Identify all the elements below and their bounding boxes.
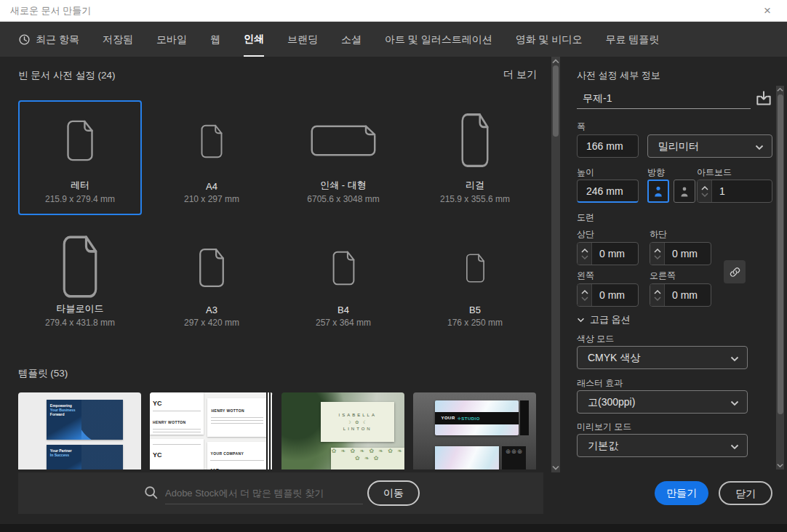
- unit-value: 밀리미터: [658, 140, 699, 152]
- stepper-up-icon[interactable]: [701, 186, 708, 190]
- color-mode-select[interactable]: CMYK 색상: [577, 346, 748, 369]
- bleed-bottom-input[interactable]: [665, 243, 711, 265]
- height-input[interactable]: [577, 180, 639, 203]
- preset-card-letter[interactable]: 레터 215.9 x 279.4 mm: [18, 100, 142, 215]
- tab-recent[interactable]: 최근 항목: [18, 22, 79, 57]
- unit-select[interactable]: 밀리미터: [647, 134, 772, 158]
- clock-icon: [18, 33, 31, 46]
- stepper-arrows[interactable]: [650, 243, 665, 265]
- preset-card-print-large[interactable]: 인쇄 - 대형 6705.6 x 3048 mm: [281, 100, 405, 215]
- preset-size: 176 x 250 mm: [447, 318, 503, 328]
- stepper-down-icon[interactable]: [654, 255, 661, 259]
- raster-effects-select[interactable]: 고(300ppi): [577, 390, 748, 414]
- preview-mode-select[interactable]: 기본값: [577, 434, 748, 457]
- template-thumb-bw-business-cards[interactable]: YC HENRY WOTTON HENRY WOTTON YC: [150, 392, 273, 469]
- preset-card-b4[interactable]: B4 257 x 364 mm: [281, 230, 405, 339]
- tab-art-illustration[interactable]: 아트 및 일러스트레이션: [385, 22, 492, 57]
- portrait-document-icon: [458, 112, 492, 169]
- preset-name: A4: [206, 181, 217, 192]
- scroll-up-icon[interactable]: [551, 59, 560, 64]
- stepper-down-icon[interactable]: [581, 255, 588, 259]
- template-thumb-business-flyer[interactable]: Empowering Your Business Forward Your Pa…: [18, 392, 141, 469]
- bleed-right-stepper[interactable]: [650, 283, 711, 307]
- orientation-portrait-button[interactable]: [647, 180, 669, 203]
- scroll-down-icon[interactable]: [776, 463, 784, 468]
- stepper-arrows[interactable]: [578, 243, 592, 265]
- tab-print[interactable]: 인쇄: [244, 22, 264, 57]
- see-more-link[interactable]: 더 보기: [503, 68, 537, 81]
- orientation-landscape-button[interactable]: [674, 180, 695, 203]
- tab-branding[interactable]: 브랜딩: [287, 22, 318, 57]
- landscape-person-icon: [678, 184, 691, 198]
- stock-search-bar: 이동: [18, 472, 543, 514]
- left-scrollbar-thumb[interactable]: [553, 65, 559, 137]
- preset-size: 215.9 x 355.6 mm: [440, 194, 510, 204]
- panel-scrollbar-thumb[interactable]: [778, 94, 783, 414]
- stock-search-input[interactable]: [165, 483, 363, 504]
- bleed-link-button[interactable]: [724, 260, 746, 283]
- portrait-document-icon: [64, 119, 96, 162]
- stepper-up-icon[interactable]: [654, 249, 661, 253]
- bleed-bottom-stepper[interactable]: [650, 242, 711, 265]
- panel-scrollbar[interactable]: [776, 86, 784, 469]
- preset-size: 6705.6 x 3048 mm: [307, 194, 379, 204]
- tab-label: 모바일: [156, 22, 187, 57]
- tab-mobile[interactable]: 모바일: [156, 22, 187, 57]
- stepper-arrows[interactable]: [578, 284, 592, 306]
- scroll-up-icon[interactable]: [776, 87, 784, 92]
- scroll-down-icon[interactable]: [551, 465, 560, 470]
- artboard-count-input[interactable]: [712, 180, 772, 202]
- width-input[interactable]: [577, 134, 639, 158]
- preset-card-legal[interactable]: 리걸 215.9 x 355.6 mm: [413, 100, 537, 215]
- preset-card-a4[interactable]: A4 210 x 297 mm: [150, 100, 273, 215]
- close-icon[interactable]: ×: [756, 0, 778, 22]
- blank-presets-title: 빈 문서 사전 설정 (24): [18, 69, 116, 82]
- preset-card-a3[interactable]: A3 297 x 420 mm: [150, 230, 273, 339]
- chevron-down-icon: [730, 356, 739, 362]
- stepper-down-icon[interactable]: [581, 297, 588, 301]
- create-button[interactable]: 만들기: [655, 481, 708, 505]
- tab-web[interactable]: 웹: [210, 22, 220, 57]
- preset-card-b5[interactable]: B5 176 x 250 mm: [413, 230, 537, 339]
- template-thumb-holo-studio-cards[interactable]: YOUR ✛STUDIO ◎ ◎ ◎: [413, 392, 536, 469]
- stepper-up-icon[interactable]: [581, 290, 588, 294]
- botanical-card: ISABELLA ☽ ✿ ☾ LINTON: [321, 402, 394, 442]
- stepper-down-icon[interactable]: [701, 193, 708, 197]
- stepper-arrows[interactable]: [698, 180, 712, 202]
- portrait-document-icon: [59, 234, 101, 299]
- bleed-left-input[interactable]: [592, 284, 638, 306]
- advanced-options-toggle[interactable]: 고급 옵션: [577, 313, 631, 326]
- artboard-stepper[interactable]: [697, 180, 772, 203]
- stepper-up-icon[interactable]: [654, 290, 661, 294]
- bleed-top-input[interactable]: [592, 243, 638, 265]
- close-button[interactable]: 닫기: [719, 481, 772, 505]
- height-label: 높이: [577, 166, 594, 179]
- tab-social[interactable]: 소셜: [341, 22, 361, 57]
- color-mode-label: 색상 모드: [577, 333, 614, 345]
- tab-film-video[interactable]: 영화 및 비디오: [516, 22, 583, 57]
- go-button[interactable]: 이동: [367, 480, 420, 506]
- chevron-down-icon: [755, 145, 764, 150]
- save-preset-icon[interactable]: [754, 89, 773, 108]
- stepper-up-icon[interactable]: [581, 249, 588, 253]
- tab-label: 웹: [210, 22, 220, 57]
- document-name-input[interactable]: [577, 89, 751, 109]
- bleed-left-stepper[interactable]: [577, 283, 639, 307]
- bleed-bottom-label: 하단: [650, 228, 667, 241]
- preset-name: 타블로이드: [57, 302, 104, 315]
- tab-free-templates[interactable]: 무료 템플릿: [605, 22, 659, 57]
- botanical-pattern-card: ✿ ❧ ✿ ❧ ✿ ❧ ✿ ❧ ✿ ❧ ✿: [331, 448, 404, 469]
- left-scrollbar[interactable]: [551, 57, 560, 472]
- stepper-arrows[interactable]: [650, 284, 665, 306]
- stepper-down-icon[interactable]: [654, 297, 661, 301]
- stripe-graphic: [266, 392, 273, 469]
- tab-saved[interactable]: 저장됨: [103, 22, 133, 57]
- color-mode-value: CMYK 색상: [588, 352, 640, 363]
- search-icon: [143, 485, 159, 501]
- bleed-right-input[interactable]: [665, 284, 711, 306]
- template-thumb-botanical-cards[interactable]: ISABELLA ☽ ✿ ☾ LINTON ✿ ❧ ✿ ❧ ✿ ❧ ✿ ❧ ✿ …: [281, 392, 404, 469]
- bleed-top-stepper[interactable]: [577, 242, 639, 265]
- raster-effects-label: 래스터 효과: [577, 377, 623, 390]
- preset-size: 210 x 297 mm: [184, 194, 239, 204]
- preset-card-tabloid[interactable]: 타블로이드 279.4 x 431.8 mm: [18, 230, 142, 339]
